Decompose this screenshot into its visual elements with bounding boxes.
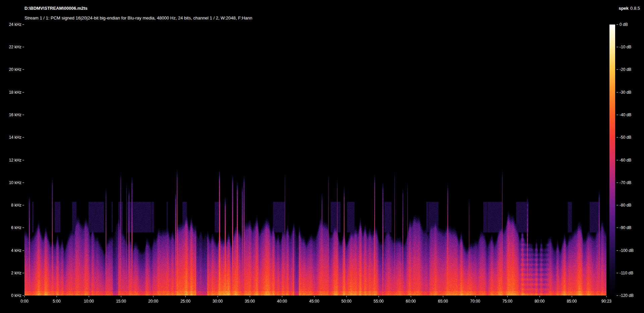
time-tick	[475, 296, 475, 297]
time-tick-label: 25:00	[180, 299, 191, 304]
time-tick-label: 75:00	[502, 299, 513, 304]
time-tick-label: 85:00	[567, 299, 577, 304]
frequency-axis: 24 kHz22 kHz20 kHz18 kHz16 kHz14 kHz12 k…	[0, 25, 24, 296]
time-tick-label: 15:00	[116, 299, 126, 304]
freq-tick	[22, 115, 24, 115]
time-tick-label: 20:00	[148, 299, 158, 304]
db-legend-gradient	[609, 25, 615, 296]
freq-tick	[22, 228, 24, 228]
time-tick	[606, 296, 607, 297]
time-tick	[539, 296, 540, 297]
db-tick-label: -90 dB	[620, 225, 631, 230]
freq-tick-label: 20 kHz	[9, 67, 21, 72]
freq-tick-label: 24 kHz	[9, 22, 21, 27]
db-tick-label: -80 dB	[620, 203, 631, 208]
freq-tick-label: 16 kHz	[9, 113, 21, 117]
time-tick-label: 80:00	[535, 299, 545, 304]
db-tick	[616, 228, 618, 228]
db-tick	[616, 273, 618, 273]
time-tick	[507, 296, 507, 297]
time-tick	[250, 296, 250, 297]
freq-tick-label: 12 kHz	[9, 158, 21, 163]
freq-tick	[22, 47, 24, 47]
app-brand: spek0.8.5	[619, 6, 640, 11]
freq-tick-label: 14 kHz	[9, 135, 21, 140]
time-tick-label: 10:00	[84, 299, 94, 304]
db-tick	[616, 47, 618, 47]
time-tick-label: 65:00	[438, 299, 448, 304]
time-tick	[153, 296, 153, 297]
stream-info: Stream 1 / 1: PCM signed 16|20|24-bit bi…	[24, 15, 252, 20]
file-path-title: D:\BDMV\STREAM\00006.m2ts	[24, 6, 88, 11]
time-tick-label: 35:00	[245, 299, 255, 304]
freq-tick	[22, 160, 24, 160]
spectrogram-canvas	[24, 25, 606, 296]
db-tick-label: -100 dB	[620, 248, 634, 253]
time-tick-label: 40:00	[277, 299, 287, 304]
freq-tick	[22, 296, 24, 296]
db-tick	[616, 205, 618, 205]
freq-tick	[22, 182, 24, 183]
time-tick-label: 45:00	[309, 299, 319, 304]
time-tick-label: 60:00	[406, 299, 416, 304]
freq-tick-label: 0 kHz	[11, 293, 21, 298]
db-tick	[616, 137, 618, 138]
freq-tick	[22, 70, 24, 70]
db-tick-label: -50 dB	[620, 135, 631, 140]
db-tick-label: -10 dB	[620, 45, 631, 49]
db-tick	[616, 92, 618, 92]
app-version: 0.8.5	[630, 6, 640, 11]
time-tick	[314, 296, 314, 297]
time-tick-label: 30:00	[213, 299, 223, 304]
db-tick	[616, 296, 618, 296]
freq-tick-label: 4 kHz	[11, 248, 21, 253]
time-tick	[411, 296, 411, 297]
freq-tick	[22, 250, 24, 251]
time-tick-label: 50:00	[341, 299, 352, 304]
spectrogram-plot	[24, 25, 606, 296]
time-tick	[185, 296, 185, 297]
time-tick	[443, 296, 443, 297]
db-tick-label: -30 dB	[620, 90, 631, 95]
db-legend: 0 dB-10 dB-20 dB-30 dB-40 dB-50 dB-60 dB…	[609, 25, 644, 296]
freq-tick-label: 8 kHz	[11, 203, 21, 208]
time-tick-label: 90:23	[601, 299, 611, 304]
freq-tick-label: 22 kHz	[9, 45, 21, 49]
time-tick	[346, 296, 346, 297]
db-tick	[616, 115, 618, 115]
time-axis: 0:005:0010:0015:0020:0025:0030:0035:0040…	[24, 296, 606, 306]
time-tick	[121, 296, 121, 297]
db-tick-label: -120 dB	[620, 293, 634, 298]
db-tick	[616, 70, 618, 70]
db-tick	[616, 250, 618, 251]
freq-tick	[22, 92, 24, 92]
db-tick-label: -110 dB	[620, 271, 633, 275]
db-tick-label: -70 dB	[620, 180, 631, 185]
freq-tick	[22, 205, 24, 205]
time-tick	[572, 296, 572, 297]
db-tick-label: -40 dB	[620, 113, 631, 117]
db-tick-label: 0 dB	[620, 22, 628, 27]
db-tick	[616, 182, 618, 183]
time-tick-label: 70:00	[470, 299, 480, 304]
freq-tick-label: 6 kHz	[11, 225, 21, 230]
time-tick-label: 0:00	[20, 299, 28, 304]
freq-tick	[22, 137, 24, 138]
freq-tick-label: 18 kHz	[9, 90, 21, 95]
time-tick	[282, 296, 282, 297]
freq-tick	[22, 273, 24, 273]
time-tick	[217, 296, 218, 297]
app-name: spek	[619, 6, 629, 11]
freq-tick-label: 2 kHz	[11, 271, 21, 275]
time-tick	[56, 296, 57, 297]
time-tick-label: 55:00	[374, 299, 384, 304]
freq-tick	[22, 25, 24, 25]
db-tick-label: -60 dB	[620, 158, 631, 163]
freq-tick-label: 10 kHz	[9, 180, 21, 185]
time-tick	[24, 296, 25, 297]
time-tick	[89, 296, 89, 297]
time-tick-label: 5:00	[53, 299, 60, 304]
time-tick	[378, 296, 379, 297]
db-tick	[616, 160, 618, 160]
db-tick	[616, 25, 618, 25]
